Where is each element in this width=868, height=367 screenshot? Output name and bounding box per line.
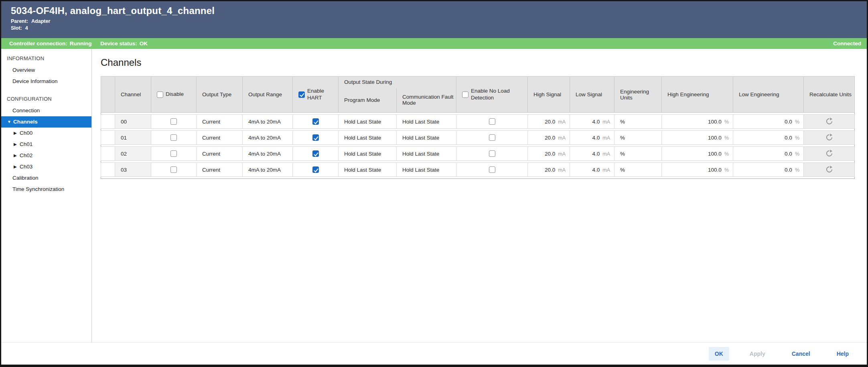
apply-button[interactable]: Apply [744, 347, 771, 361]
unit-label: mA [602, 119, 610, 125]
cancel-button[interactable]: Cancel [786, 347, 816, 361]
enable-hart-checkbox[interactable] [312, 166, 319, 173]
communication-fault-mode-cell[interactable]: Hold Last State [397, 131, 456, 145]
sidebar-subitem-ch01[interactable]: ▶Ch01 [1, 139, 91, 150]
enable-no-load-checkbox[interactable] [489, 150, 495, 157]
recalculate-units-button[interactable] [824, 149, 835, 158]
recalculate-units-cell [804, 131, 855, 145]
triangle-right-icon[interactable]: ▶ [14, 139, 17, 150]
enable-hart-checkbox[interactable] [312, 150, 319, 157]
enable-no-load-checkbox[interactable] [489, 118, 495, 125]
program-mode-cell[interactable]: Hold Last State [339, 131, 397, 145]
engineering-units-cell[interactable]: % [614, 163, 662, 177]
low-signal-cell[interactable]: 4.0mA [570, 115, 614, 129]
channel-number-cell: 00 [115, 115, 151, 129]
sidebar-subitem-ch00[interactable]: ▶Ch00 [1, 128, 91, 139]
output-range-cell[interactable]: 4mA to 20mA [243, 131, 293, 145]
enable-no-load-checkbox[interactable] [489, 166, 495, 173]
output-type-cell[interactable]: Current [197, 131, 243, 145]
disable-checkbox[interactable] [170, 150, 177, 157]
disable-checkbox[interactable] [170, 134, 177, 141]
enable-hart-cell [293, 147, 339, 161]
unit-label: % [724, 135, 729, 141]
disable-checkbox[interactable] [170, 166, 177, 173]
row-spacer [101, 177, 855, 179]
program-mode-cell[interactable]: Hold Last State [339, 163, 397, 177]
triangle-right-icon[interactable]: ▶ [14, 161, 17, 172]
enable-no-load-checkbox[interactable] [489, 134, 495, 141]
low-engineering-cell[interactable]: 0.0% [733, 163, 804, 177]
disable-all-checkbox[interactable] [157, 91, 163, 98]
disable-checkbox[interactable] [170, 118, 177, 125]
high-engineering-cell[interactable]: 100.0% [662, 131, 733, 145]
engineering-units-cell[interactable]: % [614, 115, 662, 129]
communication-fault-mode-cell[interactable]: Hold Last State [397, 147, 456, 161]
help-button[interactable]: Help [831, 347, 855, 361]
engineering-units-cell[interactable]: % [614, 147, 662, 161]
program-mode-cell[interactable]: Hold Last State [339, 115, 397, 129]
enable-hart-all-checkbox[interactable] [298, 91, 305, 98]
sidebar-subitem-ch03[interactable]: ▶Ch03 [1, 161, 91, 172]
enable-hart-checkbox[interactable] [312, 134, 319, 141]
value-text: 100.0 [708, 151, 722, 157]
ok-button[interactable]: OK [709, 347, 729, 361]
sidebar-item-device-information[interactable]: Device Information [1, 76, 91, 87]
row-selector-cell[interactable] [101, 147, 115, 161]
disable-cell [151, 115, 197, 129]
recalculate-units-button[interactable] [824, 117, 835, 126]
enable-no-load-all-checkbox[interactable] [462, 91, 468, 98]
channel-number-cell: 01 [115, 131, 151, 145]
triangle-right-icon[interactable]: ▶ [14, 150, 17, 161]
triangle-right-icon[interactable]: ▶ [14, 128, 17, 139]
output-range-cell[interactable]: 4mA to 20mA [243, 163, 293, 177]
high-engineering-cell[interactable]: 100.0% [662, 163, 733, 177]
row-selector-cell[interactable] [101, 115, 115, 129]
channel-row-02: 02Current4mA to 20mAHold Last StateHold … [101, 147, 855, 161]
disable-cell [151, 131, 197, 145]
high-engineering-cell[interactable]: 100.0% [662, 147, 733, 161]
sidebar-item-connection[interactable]: Connection [1, 105, 91, 116]
output-type-cell[interactable]: Current [197, 115, 243, 129]
low-engineering-cell[interactable]: 0.0% [733, 115, 804, 129]
sidebar-item-calibration[interactable]: Calibration [1, 172, 91, 184]
high-engineering-cell[interactable]: 100.0% [662, 115, 733, 129]
program-mode-cell[interactable]: Hold Last State [339, 147, 397, 161]
value-text: 0.0 [785, 151, 792, 157]
program-mode-column-header: Program Mode [339, 88, 397, 113]
recalculate-units-button[interactable] [824, 165, 835, 174]
high-signal-cell[interactable]: 20.0mA [528, 163, 570, 177]
high-signal-cell[interactable]: 20.0mA [528, 147, 570, 161]
enable-hart-checkbox[interactable] [312, 118, 319, 125]
row-selector-cell[interactable] [101, 131, 115, 145]
low-signal-cell[interactable]: 4.0mA [570, 163, 614, 177]
recalculate-units-button[interactable] [824, 133, 835, 142]
low-engineering-column-header: Low Engineering [733, 77, 804, 113]
sidebar-item-overview[interactable]: Overview [1, 65, 91, 76]
sidebar-item-channels[interactable]: ▼Channels [1, 116, 91, 128]
high-signal-cell[interactable]: 20.0mA [528, 131, 570, 145]
communication-fault-mode-cell[interactable]: Hold Last State [397, 163, 456, 177]
slot-label: Slot: [11, 25, 22, 31]
low-engineering-cell[interactable]: 0.0% [733, 147, 804, 161]
triangle-down-icon[interactable]: ▼ [7, 116, 11, 128]
unit-label: % [724, 151, 729, 157]
low-signal-cell[interactable]: 4.0mA [570, 131, 614, 145]
enable-hart-cell [293, 131, 339, 145]
device-status: Device status:OK [100, 41, 148, 47]
value-text: 20.0 [545, 167, 555, 173]
communication-fault-mode-cell[interactable]: Hold Last State [397, 115, 456, 129]
output-type-column-header: Output Type [197, 77, 243, 113]
output-range-cell[interactable]: 4mA to 20mA [243, 147, 293, 161]
sidebar-subitem-ch02[interactable]: ▶Ch02 [1, 150, 91, 161]
engineering-units-cell[interactable]: % [614, 131, 662, 145]
table-header: Channel Disable Output Type Output Range… [101, 77, 855, 113]
sidebar-item-time-synchronization[interactable]: Time Synchronization [1, 184, 91, 195]
high-signal-cell[interactable]: 20.0mA [528, 115, 570, 129]
output-range-cell[interactable]: 4mA to 20mA [243, 115, 293, 129]
output-type-cell[interactable]: Current [197, 147, 243, 161]
sidebar-section-information: INFORMATION [1, 52, 91, 65]
row-selector-cell[interactable] [101, 163, 115, 177]
low-engineering-cell[interactable]: 0.0% [733, 131, 804, 145]
output-type-cell[interactable]: Current [197, 163, 243, 177]
low-signal-cell[interactable]: 4.0mA [570, 147, 614, 161]
